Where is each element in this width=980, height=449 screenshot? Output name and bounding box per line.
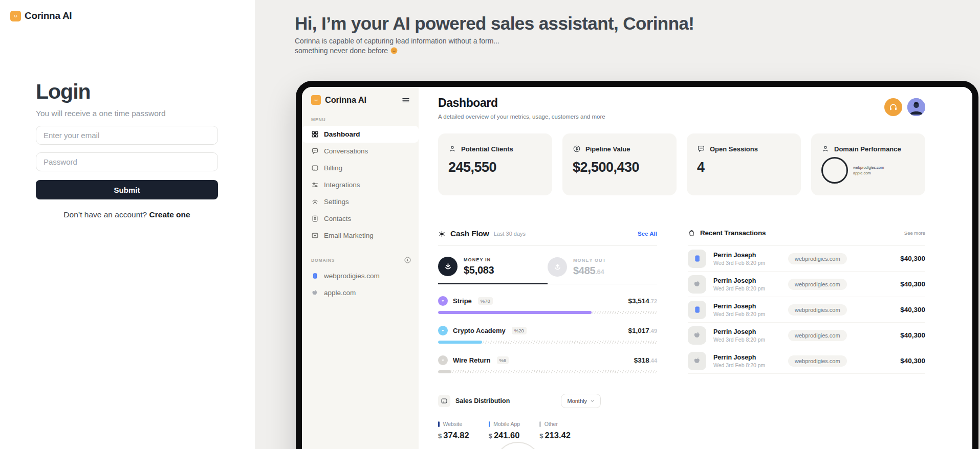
sidebar-brand-name: Corinna AI: [325, 95, 397, 105]
signup-prompt: Don’t have an account?: [63, 210, 147, 219]
transaction-amount: $40,300: [900, 306, 925, 313]
category-name: Crypto Academy: [453, 327, 506, 334]
submit-button[interactable]: Submit: [36, 180, 218, 199]
transaction-amount: $40,300: [900, 280, 925, 288]
transaction-row[interactable]: Perrin Joseph Wed 3rd Feb 8:20 pm webpro…: [688, 297, 925, 323]
sidebar-domains: webprodigies.com apple.com: [302, 267, 419, 301]
sidebar-domain-item[interactable]: apple.com: [302, 284, 419, 301]
money-in-icon: [438, 257, 458, 276]
user-avatar[interactable]: [907, 98, 925, 116]
domain-label: apple.com: [324, 289, 356, 297]
transaction-source-icon: [688, 275, 706, 294]
period-dropdown-value: Monthly: [567, 398, 587, 404]
sidebar-menu-item[interactable]: Email Marketing: [302, 227, 419, 244]
transaction-source-icon: [688, 352, 706, 370]
main-content: Dashboard A detailed overview of your me…: [438, 96, 925, 440]
money-out-icon: [548, 257, 567, 277]
category-progress-track: [438, 311, 657, 314]
hero-line2: something never done before: [295, 47, 388, 55]
transaction-date: Wed 3rd Feb 8:20 pm: [713, 311, 788, 317]
cash-flow-section: Cash Flow Last 30 days See All MONEY IN: [438, 229, 657, 440]
sidebar-item-label: Settings: [324, 198, 349, 206]
domain-performance-label: Domain Performance: [834, 145, 901, 153]
domain-performance-icon: [821, 145, 830, 153]
legend-label: Other: [545, 421, 558, 427]
money-out-tab[interactable]: MONEY OUT $485.64: [548, 252, 657, 284]
transaction-amount: $40,300: [900, 331, 925, 339]
avatar-image: [907, 98, 925, 116]
sidebar-menu-item[interactable]: Settings: [302, 193, 419, 210]
sidebar-item-icon: [311, 181, 319, 189]
transactions-title: Recent Transactions: [700, 229, 766, 237]
transaction-name: Perrin Joseph: [713, 354, 788, 361]
signup-line: Don’t have an account? Create one: [36, 210, 218, 219]
domain-performance-card: Domain Performance webprodigies.com appl…: [811, 133, 925, 195]
transaction-row[interactable]: Perrin Joseph Wed 3rd Feb 8:20 pm webpro…: [688, 272, 925, 297]
category-amount: $3,514.72: [628, 297, 657, 305]
metric-label: Open Sessions: [710, 145, 758, 153]
divider: [438, 245, 657, 246]
metric-icon: [697, 145, 705, 153]
hero-line2-row: something never done before: [295, 47, 980, 55]
metric-card: Open Sessions 4: [687, 133, 801, 195]
email-field[interactable]: [36, 126, 218, 145]
period-dropdown[interactable]: Monthly: [561, 394, 601, 408]
login-title: Login: [36, 80, 218, 104]
transaction-domain-pill: webprodigies.com: [788, 253, 847, 264]
transactions-section: Recent Transactions See more: [688, 229, 925, 440]
sidebar-item-icon: [311, 147, 319, 155]
marketing-panel: Hi, I’m your AI powered sales assistant,…: [255, 0, 980, 449]
transaction-date: Wed 3rd Feb 8:20 pm: [713, 260, 788, 266]
sidebar-menu-item[interactable]: Conversations 23: [302, 143, 419, 160]
legend-value: $374.82: [438, 431, 469, 440]
transaction-amount: $40,300: [900, 255, 925, 262]
legend-color-tick: [489, 421, 490, 427]
transaction-row[interactable]: Perrin Joseph Wed 3rd Feb 8:20 pm webpro…: [688, 323, 925, 348]
hero: Hi, I’m your AI powered sales assistant,…: [255, 0, 980, 55]
see-all-link[interactable]: See All: [638, 231, 657, 237]
sidebar-item-label: Integrations: [324, 181, 360, 189]
brand: Corinna AI: [0, 0, 255, 21]
see-more-link[interactable]: See more: [904, 230, 925, 236]
domain-performance-domains: webprodigies.com apple.com: [853, 165, 884, 176]
currency-sign: $: [438, 432, 442, 440]
category-percent-badge: %20: [512, 327, 527, 334]
smiley-emoji: [390, 47, 398, 54]
menu-label: MENU: [311, 117, 411, 122]
transaction-row[interactable]: Perrin Joseph Wed 3rd Feb 8:20 pm webpro…: [688, 348, 925, 374]
transaction-name: Perrin Joseph: [713, 328, 788, 335]
category-name: Wire Return: [453, 356, 491, 364]
hamburger-menu-icon[interactable]: [401, 96, 410, 105]
transaction-source-icon: [688, 326, 706, 345]
sidebar-domain-item[interactable]: webprodigies.com: [302, 267, 419, 284]
sidebar-item-icon: [311, 164, 319, 172]
domain-performance-domain1: webprodigies.com: [853, 165, 884, 170]
metric-card: Pipeline Value $2,500,430: [562, 133, 677, 195]
category-name: Stripe: [453, 297, 472, 305]
sidebar-menu-item[interactable]: Billing: [302, 160, 419, 176]
transaction-date: Wed 3rd Feb 8:20 pm: [713, 285, 788, 291]
add-domain-icon[interactable]: [404, 256, 411, 264]
support-button[interactable]: [884, 98, 902, 116]
money-in-tab[interactable]: MONEY IN $5,083: [438, 252, 548, 284]
sidebar-menu-item[interactable]: Contacts: [302, 210, 419, 227]
sidebar-item-icon: [311, 232, 319, 239]
transaction-row[interactable]: Perrin Joseph Wed 3rd Feb 8:20 pm webpro…: [688, 246, 925, 272]
sidebar-menu-item[interactable]: Dashboard: [302, 126, 419, 143]
sidebar-brand: Corinna AI: [302, 95, 419, 105]
header-actions: [884, 98, 925, 116]
hero-title: Hi, I’m your AI powered sales assistant,…: [295, 13, 980, 34]
category-progress-fill: [438, 311, 592, 314]
category-progress-track: [438, 341, 657, 344]
currency-sign: $: [489, 432, 492, 440]
sidebar-item-icon: [311, 198, 319, 206]
transaction-source-icon: [688, 301, 706, 319]
money-tabs: MONEY IN $5,083 MONEY OUT $485.64: [438, 252, 657, 284]
sidebar-menu-item[interactable]: Integrations: [302, 176, 419, 193]
create-account-link[interactable]: Create one: [149, 210, 190, 219]
legend-item: Mobile App $241.60: [489, 421, 520, 440]
category-icon: [438, 296, 448, 306]
hero-line1: Corinna is capable of capturing lead inf…: [295, 37, 980, 46]
metric-cards: Potential Clients 245,550 Pipeline Value: [438, 133, 925, 195]
password-field[interactable]: [36, 152, 218, 171]
